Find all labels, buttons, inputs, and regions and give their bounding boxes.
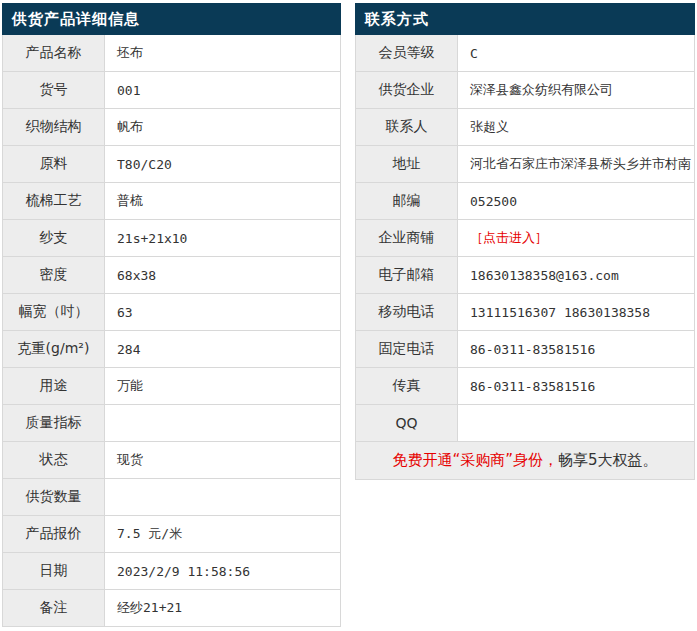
table-row: 产品名称坯布 (3, 35, 340, 72)
table-row: 状态现货 (3, 442, 340, 479)
table-row: 用途万能 (3, 368, 340, 405)
row-value: 18630138358@163.com (470, 268, 619, 283)
enter-shop-link[interactable]: ［点击进入］ (470, 229, 548, 247)
row-value-cell: 68x38 (105, 257, 340, 293)
row-label: 移动电话 (356, 294, 458, 330)
row-label: 状态 (3, 442, 105, 478)
table-row: 织物结构帆布 (3, 109, 340, 146)
table-row: 日期2023/2/9 11:58:56 (3, 553, 340, 590)
row-value-cell: 001 (105, 72, 340, 108)
row-label: 邮编 (356, 183, 458, 219)
row-label: 密度 (3, 257, 105, 293)
table-row: 幅宽（吋）63 (3, 294, 340, 331)
row-value-cell: 13111516307 18630138358 (458, 294, 694, 330)
row-value: 深泽县鑫众纺织有限公司 (470, 81, 613, 99)
row-value: 63 (117, 305, 133, 320)
row-value-cell: 284 (105, 331, 340, 367)
row-value-cell: 18630138358@163.com (458, 257, 694, 293)
table-row: 会员等级C (356, 35, 694, 72)
table-row: 供货数量 (3, 479, 340, 516)
row-label: 日期 (3, 553, 105, 589)
row-label: 地址 (356, 146, 458, 182)
table-row: 固定电话86-0311-83581516 (356, 331, 694, 368)
row-label: 企业商铺 (356, 220, 458, 256)
row-label: 联系人 (356, 109, 458, 145)
table-row: 企业商铺［点击进入］ (356, 220, 694, 257)
row-label: 备注 (3, 590, 105, 626)
row-value-cell: 经纱21+21 (105, 590, 340, 626)
row-label: 质量指标 (3, 405, 105, 441)
row-value: 坯布 (117, 44, 143, 62)
row-label: QQ (356, 405, 458, 441)
row-value-cell: C (458, 35, 694, 71)
buyer-promo-text: 畅享5大权益。 (558, 451, 658, 470)
row-label: 产品报价 (3, 516, 105, 552)
row-label: 用途 (3, 368, 105, 404)
contact-info-title: 联系方式 (355, 3, 695, 35)
table-row: 梳棉工艺普梳 (3, 183, 340, 220)
row-value-cell: 052500 (458, 183, 694, 219)
row-value: 86-0311-83581516 (470, 379, 595, 394)
row-value: 052500 (470, 194, 517, 209)
row-value-cell: 普梳 (105, 183, 340, 219)
row-value: 现货 (117, 451, 143, 469)
row-value: 万能 (117, 377, 143, 395)
row-value-cell: 2023/2/9 11:58:56 (105, 553, 340, 589)
row-value-cell (105, 479, 340, 515)
row-value-cell: 深泽县鑫众纺织有限公司 (458, 72, 694, 108)
row-value: 7.5 元/米 (117, 525, 182, 543)
table-row: 传真86-0311-83581516 (356, 368, 694, 405)
row-label: 供货数量 (3, 479, 105, 515)
row-value-cell: 河北省石家庄市深泽县桥头乡并市村南 (458, 146, 694, 182)
row-label: 电子邮箱 (356, 257, 458, 293)
row-value: 001 (117, 83, 140, 98)
row-value: 284 (117, 342, 140, 357)
row-label: 传真 (356, 368, 458, 404)
row-value: 86-0311-83581516 (470, 342, 595, 357)
table-row: 移动电话13111516307 18630138358 (356, 294, 694, 331)
table-row: 电子邮箱18630138358@163.com (356, 257, 694, 294)
row-value-cell (458, 405, 694, 441)
row-value-cell: 现货 (105, 442, 340, 478)
table-row: 纱支21s+21x10 (3, 220, 340, 257)
row-value-cell: T80/C20 (105, 146, 340, 182)
row-value-cell: 86-0311-83581516 (458, 368, 694, 404)
row-value: 68x38 (117, 268, 156, 283)
row-value-cell: 张超义 (458, 109, 694, 145)
row-value-cell: 86-0311-83581516 (458, 331, 694, 367)
row-value-cell (105, 405, 340, 441)
row-value-cell: ［点击进入］ (458, 220, 694, 256)
supply-product-details-table: 产品名称坯布货号001织物结构帆布原料T80/C20梳棉工艺普梳纱支21s+21… (2, 35, 341, 627)
row-label: 货号 (3, 72, 105, 108)
buyer-promo-link[interactable]: 免费开通“采购商”身份， (392, 451, 558, 470)
table-row: 联系人张超义 (356, 109, 694, 146)
row-value: 普梳 (117, 192, 143, 210)
row-value-cell: 帆布 (105, 109, 340, 145)
table-row: 备注经纱21+21 (3, 590, 340, 627)
table-row: 克重(g/m²)284 (3, 331, 340, 368)
row-value-cell: 7.5 元/米 (105, 516, 340, 552)
row-label: 织物结构 (3, 109, 105, 145)
row-value: 帆布 (117, 118, 143, 136)
table-row: QQ (356, 405, 694, 442)
row-value: 13111516307 18630138358 (470, 305, 650, 320)
contact-info-table: 会员等级C供货企业深泽县鑫众纺织有限公司联系人张超义地址河北省石家庄市深泽县桥头… (355, 35, 695, 442)
row-label: 原料 (3, 146, 105, 182)
row-label: 产品名称 (3, 35, 105, 71)
row-value: 经纱21+21 (117, 599, 182, 617)
table-row: 供货企业深泽县鑫众纺织有限公司 (356, 72, 694, 109)
row-value: 张超义 (470, 118, 509, 136)
row-label: 供货企业 (356, 72, 458, 108)
table-row: 密度68x38 (3, 257, 340, 294)
page-content: 供货产品详细信息 产品名称坯布货号001织物结构帆布原料T80/C20梳棉工艺普… (0, 0, 697, 627)
row-value: 河北省石家庄市深泽县桥头乡并市村南 (470, 155, 691, 173)
supply-product-details-panel: 供货产品详细信息 产品名称坯布货号001织物结构帆布原料T80/C20梳棉工艺普… (2, 3, 341, 627)
supply-product-details-title: 供货产品详细信息 (2, 3, 341, 35)
row-value-cell: 万能 (105, 368, 340, 404)
table-row: 原料T80/C20 (3, 146, 340, 183)
row-label: 幅宽（吋） (3, 294, 105, 330)
table-row: 货号001 (3, 72, 340, 109)
row-label: 克重(g/m²) (3, 331, 105, 367)
row-value-cell: 21s+21x10 (105, 220, 340, 256)
row-value: C (470, 46, 478, 61)
